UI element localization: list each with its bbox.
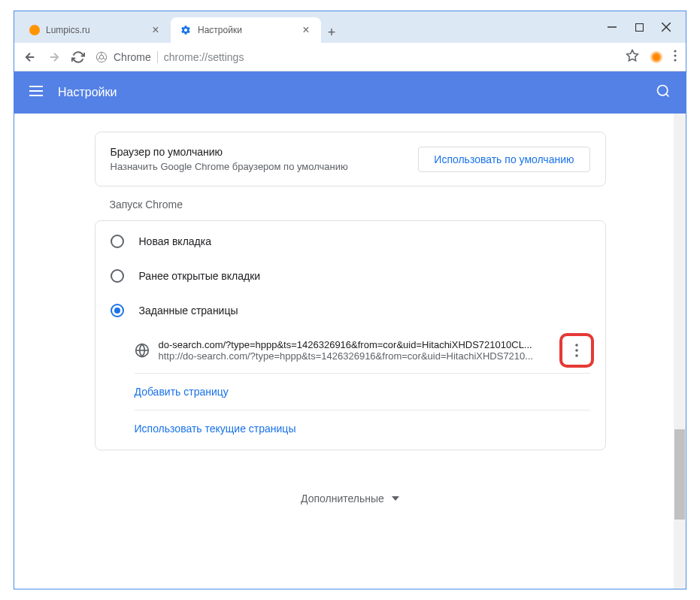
scrollbar-track[interactable] xyxy=(674,114,686,589)
startup-section-label: Запуск Chrome xyxy=(95,198,606,211)
advanced-toggle[interactable]: Дополнительные xyxy=(14,462,686,535)
page-title: do-search.com/?type=hppp&ts=1426326916&f… xyxy=(159,339,554,350)
tab-settings[interactable]: Настройки × xyxy=(171,17,321,43)
radio-icon xyxy=(111,235,124,248)
radio-icon xyxy=(111,269,124,283)
radio-specific-pages[interactable]: Заданные страницы xyxy=(95,293,605,328)
new-tab-button[interactable]: + xyxy=(321,22,342,43)
use-current-link: Использовать текущие страницы xyxy=(135,423,296,435)
startup-card: Новая вкладка Ранее открытые вкладки Зад… xyxy=(95,220,606,450)
tab-title: Lumpics.ru xyxy=(46,25,90,35)
svg-point-21 xyxy=(575,349,578,352)
svg-rect-1 xyxy=(635,23,643,31)
back-button[interactable] xyxy=(23,50,37,64)
page-url: http://do-search.com/?type=hppp&ts=14263… xyxy=(159,350,554,362)
close-window-button[interactable] xyxy=(662,23,671,32)
svg-line-7 xyxy=(97,58,100,59)
svg-point-11 xyxy=(674,54,676,56)
settings-favicon xyxy=(180,24,192,36)
default-browser-subtitle: Назначить Google Chrome браузером по умо… xyxy=(111,161,348,172)
advanced-label: Дополнительные xyxy=(301,492,384,505)
extension-icon[interactable] xyxy=(650,50,663,64)
maximize-button[interactable] xyxy=(635,23,644,32)
radio-label: Заданные страницы xyxy=(139,305,238,317)
settings-content: Браузер по умолчанию Назначить Google Ch… xyxy=(14,114,686,589)
settings-header: Настройки xyxy=(14,71,686,114)
default-browser-card: Браузер по умолчанию Назначить Google Ch… xyxy=(95,132,606,186)
radio-label: Ранее открытые вкладки xyxy=(139,270,261,282)
chevron-down-icon xyxy=(392,496,399,501)
reload-button[interactable] xyxy=(71,50,85,64)
add-page-link: Добавить страницу xyxy=(135,386,229,398)
use-current-row[interactable]: Использовать текущие страницы xyxy=(135,411,590,447)
address-bar: Chrome chrome://settings xyxy=(14,43,686,71)
radio-label: Новая вкладка xyxy=(139,235,212,247)
url-scheme: Chrome xyxy=(114,51,158,63)
tab-title: Настройки xyxy=(198,25,242,35)
svg-point-22 xyxy=(575,354,578,357)
page-more-button[interactable] xyxy=(563,337,590,364)
window-titlebar: Lumpics.ru × Настройки × + xyxy=(14,11,686,43)
startup-page-entry: do-search.com/?type=hppp&ts=1426326916&f… xyxy=(135,328,590,374)
forward-button[interactable] xyxy=(47,50,61,64)
lumpics-favicon xyxy=(29,25,40,35)
default-browser-title: Браузер по умолчанию xyxy=(111,146,348,158)
more-vert-icon xyxy=(575,344,578,357)
scrollbar-thumb[interactable] xyxy=(674,429,685,520)
radio-new-tab[interactable]: Новая вкладка xyxy=(95,224,605,259)
url-path: chrome://settings xyxy=(164,51,244,63)
tab-lumpics[interactable]: Lumpics.ru × xyxy=(20,17,171,43)
svg-line-17 xyxy=(666,94,669,97)
radio-icon-checked xyxy=(111,304,124,317)
minimize-button[interactable] xyxy=(608,23,617,32)
close-tab-icon[interactable]: × xyxy=(150,24,162,36)
globe-icon xyxy=(135,343,150,358)
svg-point-16 xyxy=(658,86,668,95)
chrome-icon xyxy=(95,51,108,63)
browser-menu-icon[interactable] xyxy=(674,50,677,65)
bookmark-star-icon[interactable] xyxy=(626,49,639,65)
search-icon[interactable] xyxy=(656,83,671,102)
svg-point-20 xyxy=(575,344,578,347)
svg-line-8 xyxy=(103,58,106,59)
settings-title: Настройки xyxy=(58,86,117,99)
close-tab-icon[interactable]: × xyxy=(300,24,312,36)
svg-point-5 xyxy=(99,55,103,59)
hamburger-menu-icon[interactable] xyxy=(29,86,43,99)
set-default-button[interactable]: Использовать по умолчанию xyxy=(418,147,589,172)
svg-point-10 xyxy=(674,50,676,52)
add-page-row[interactable]: Добавить страницу xyxy=(135,374,590,411)
address-field[interactable]: Chrome chrome://settings xyxy=(95,51,615,63)
svg-point-12 xyxy=(674,59,676,61)
svg-marker-9 xyxy=(627,50,638,60)
radio-previous-tabs[interactable]: Ранее открытые вкладки xyxy=(95,259,605,293)
